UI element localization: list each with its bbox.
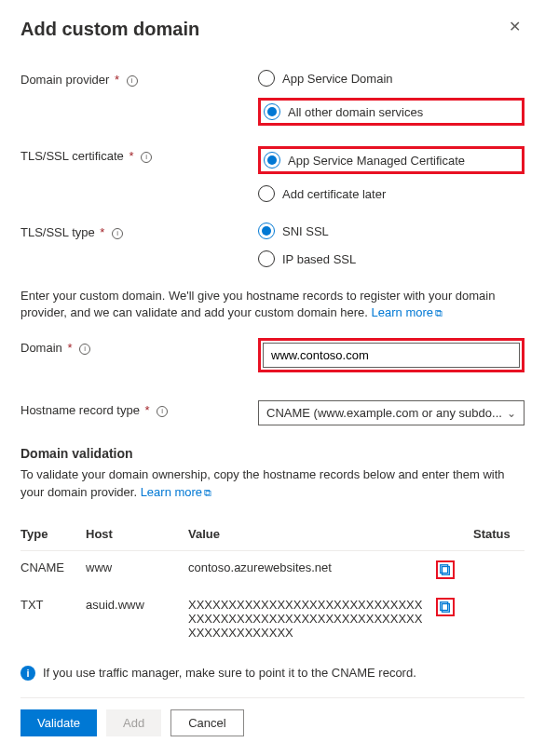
radio-sni-ssl[interactable]: SNI SSL	[258, 223, 525, 239]
radio-app-service-domain[interactable]: App Service Domain	[258, 70, 525, 87]
radio-label: App Service Managed Certificate	[288, 154, 465, 168]
cell-value: contoso.azurewebsites.net	[188, 550, 436, 588]
radio-all-other-domain[interactable]: All other domain services	[264, 103, 423, 120]
copy-icon[interactable]	[439, 601, 452, 614]
validation-table: Type Host Value Status CNAME www contoso…	[20, 518, 525, 649]
radio-app-managed-cert[interactable]: App Service Managed Certificate	[264, 152, 465, 169]
learn-more-link[interactable]: Learn more⧉	[372, 305, 443, 319]
cell-value: XXXXXXXXXXXXXXXXXXXXXXXXXXXXXXXXXXXXXXXX…	[188, 588, 436, 649]
radio-add-later[interactable]: Add certificate later	[258, 185, 525, 202]
tls-type-label: TLS/SSL type	[20, 225, 95, 239]
hostname-record-select[interactable]: CNAME (www.example.com or any subdo... ⌄	[258, 400, 525, 425]
info-icon[interactable]: i	[157, 406, 168, 417]
radio-label: All other domain services	[288, 105, 423, 119]
copy-icon[interactable]	[439, 563, 452, 576]
cell-host: www	[86, 550, 188, 588]
table-row: CNAME www contoso.azurewebsites.net	[20, 550, 525, 588]
cell-type: TXT	[20, 588, 86, 649]
tls-cert-label: TLS/SSL certificate	[20, 149, 124, 163]
hostname-record-label: Hostname record type	[20, 403, 140, 417]
radio-label: SNI SSL	[282, 224, 329, 238]
page-title: Add custom domain	[20, 19, 525, 40]
radio-label: Add certificate later	[282, 187, 386, 201]
external-link-icon: ⧉	[204, 487, 211, 498]
col-header-status: Status	[473, 518, 525, 551]
learn-more-link[interactable]: Learn more⧉	[141, 485, 211, 499]
col-header-host: Host	[86, 518, 188, 551]
required-asterisk: *	[145, 403, 150, 417]
domain-validation-heading: Domain validation	[20, 446, 525, 461]
col-header-type: Type	[20, 518, 86, 551]
cell-type: CNAME	[20, 550, 86, 588]
radio-ip-ssl[interactable]: IP based SSL	[258, 250, 525, 267]
add-button: Add	[106, 709, 161, 736]
table-row: TXT asuid.www XXXXXXXXXXXXXXXXXXXXXXXXXX…	[20, 588, 525, 649]
info-icon[interactable]: i	[127, 75, 138, 87]
chevron-down-icon: ⌄	[507, 407, 516, 420]
info-icon[interactable]: i	[79, 344, 90, 355]
domain-provider-label: Domain provider	[20, 73, 109, 87]
domain-description: Enter your custom domain. We'll give you…	[20, 288, 525, 321]
external-link-icon: ⧉	[435, 307, 443, 318]
required-asterisk: *	[100, 225, 104, 239]
required-asterisk: *	[67, 341, 72, 355]
select-value: CNAME (www.example.com or any subdo...	[266, 406, 502, 420]
info-icon[interactable]: i	[112, 228, 123, 239]
cancel-button[interactable]: Cancel	[170, 709, 243, 736]
radio-label: App Service Domain	[282, 72, 393, 86]
radio-label: IP based SSL	[282, 252, 356, 266]
info-text: If you use traffic manager, make sure to…	[43, 666, 416, 680]
domain-validation-desc: To validate your domain ownership, copy …	[20, 466, 525, 500]
validate-button[interactable]: Validate	[20, 709, 97, 736]
cell-host: asuid.www	[86, 588, 188, 649]
info-icon[interactable]: i	[141, 152, 152, 163]
domain-label: Domain	[20, 341, 62, 355]
info-icon: i	[20, 666, 35, 681]
close-icon[interactable]: ✕	[503, 17, 526, 36]
required-asterisk: *	[115, 73, 119, 87]
required-asterisk: *	[129, 149, 133, 163]
domain-input[interactable]	[263, 343, 520, 368]
col-header-value: Value	[188, 518, 436, 551]
